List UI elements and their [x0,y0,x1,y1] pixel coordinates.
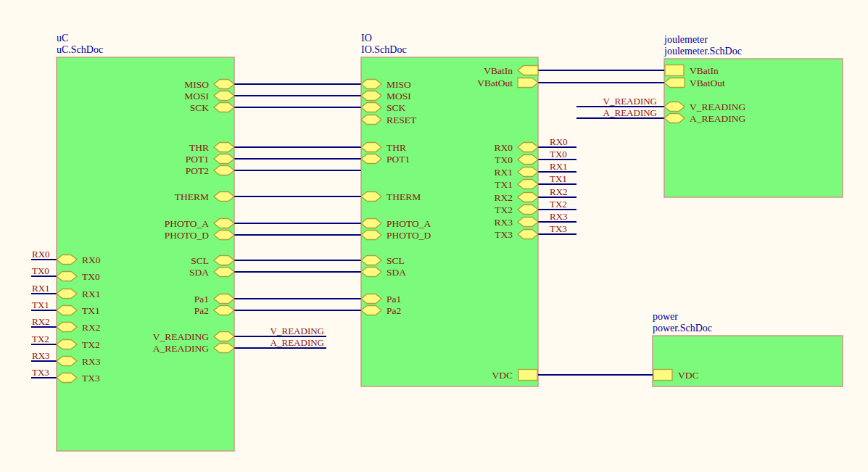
port-label-uC-MOSI: MOSI [184,91,209,102]
port-label-uC-RX2: RX2 [82,322,101,333]
port-label-IO-SCK: SCK [387,102,406,113]
port-label-uC-PHOTO_D: PHOTO_D [165,230,210,241]
net-label-RX3[interactable]: RX3 [550,211,568,222]
port-label-uC-PHOTO_A: PHOTO_A [165,218,210,229]
net-label-RX0[interactable]: RX0 [550,136,568,147]
net-label-TX2[interactable]: TX2 [32,334,49,344]
port-label-uC-SCL: SCL [191,255,209,266]
port-label-IO-SDA: SDA [387,267,406,278]
port-label-IO-PHOTO_A: PHOTO_A [387,218,431,229]
port-label-IO-PHOTO_D: PHOTO_D [387,230,431,241]
sheet-file: uC.SchDoc [57,44,103,56]
port-IO-VDC[interactable] [518,370,537,381]
port-label-IO-Pa2: Pa2 [387,305,401,316]
net-label-RX2[interactable]: RX2 [550,186,568,197]
port-label-IO-RX0: RX0 [494,142,513,153]
sheet-file: power.SchDoc [653,323,712,334]
net-label-A_READING[interactable]: A_READING [603,107,657,118]
sheet-name: joulemeter [664,34,742,46]
port-label-joulemeter-VBatOut: VBatOut [690,78,725,88]
port-label-IO-TX1: TX1 [495,179,513,190]
net-label-RX1[interactable]: RX1 [32,283,50,294]
port-label-IO-VBatOut: VBatOut [477,78,513,88]
port-label-IO-TX0: TX0 [495,154,513,165]
sheet-file: joulemeter.SchDoc [664,46,742,57]
sheet-file: IO.SchDoc [361,44,407,56]
schematic-page: MISOMOSISCKTHRPOT1POT2THERMPHOTO_APHOTO_… [0,0,868,472]
port-label-IO-RX3: RX3 [494,217,513,228]
port-label-IO-RX2: RX2 [494,192,513,203]
sheet-title-power: power power.SchDoc [653,311,712,334]
net-label-TX0[interactable]: TX0 [550,149,567,160]
port-label-uC-RX3: RX3 [82,356,101,367]
port-power-VDC[interactable] [653,370,672,381]
net-label-TX2[interactable]: TX2 [550,199,567,210]
schematic-canvas: MISOMOSISCKTHRPOT1POT2THERMPHOTO_APHOTO_… [0,0,868,472]
port-label-uC-TX3: TX3 [82,373,100,384]
net-label-RX3[interactable]: RX3 [32,350,50,361]
port-label-IO-MISO: MISO [387,79,411,90]
port-label-joulemeter-V_READING: V_READING [690,102,745,112]
net-label-TX1[interactable]: TX1 [550,173,567,184]
port-label-uC-POT2: POT2 [186,165,209,176]
port-label-IO-SCL: SCL [387,255,405,266]
port-label-uC-THERM: THERM [175,191,209,202]
port-label-joulemeter-A_READING: A_READING [690,113,745,124]
port-label-IO-THR: THR [387,142,406,153]
port-label-IO-TX2: TX2 [495,204,513,215]
sheet-title-uC: uC uC.SchDoc [57,33,103,56]
sheet-name: uC [57,33,103,44]
net-label-TX1[interactable]: TX1 [32,299,49,310]
port-label-joulemeter-VBatIn: VBatIn [690,65,719,76]
net-label-RX1[interactable]: RX1 [550,161,568,172]
sheet-name: power [653,311,712,323]
sheet-title-IO: IO IO.SchDoc [361,33,407,56]
net-label-TX3[interactable]: TX3 [550,223,567,234]
sheet-title-joulemeter: joulemeter joulemeter.SchDoc [664,34,742,57]
sheet-name: IO [361,33,407,44]
net-label-TX3[interactable]: TX3 [32,367,49,378]
port-label-uC-MISO: MISO [184,79,209,90]
port-label-uC-TX2: TX2 [82,339,100,350]
port-label-uC-RX1: RX1 [82,289,101,299]
net-label-RX0[interactable]: RX0 [32,249,50,260]
net-label-V_READING[interactable]: V_READING [270,326,324,336]
port-label-IO-RESET: RESET [387,115,417,125]
port-label-uC-Pa1: Pa1 [194,294,209,305]
port-label-uC-RX0: RX0 [82,254,101,265]
port-label-uC-TX0: TX0 [82,271,100,282]
port-label-IO-MOSI: MOSI [387,91,411,102]
port-joulemeter-VBatIn[interactable] [665,65,684,76]
port-label-uC-SDA: SDA [189,267,209,278]
port-label-uC-THR: THR [189,142,209,153]
port-label-uC-POT1: POT1 [186,154,209,165]
port-label-IO-THERM: THERM [387,191,421,202]
port-label-IO-TX3: TX3 [495,229,513,240]
port-label-IO-POT1: POT1 [387,154,410,165]
net-label-V_READING[interactable]: V_READING [603,96,657,107]
port-label-uC-TX1: TX1 [82,305,100,316]
port-label-power-VDC: VDC [678,370,699,381]
port-label-uC-V_READING: V_READING [153,331,209,342]
net-label-TX0[interactable]: TX0 [32,265,49,276]
port-label-uC-SCK: SCK [190,102,210,113]
net-label-A_READING[interactable]: A_READING [270,337,324,348]
port-label-uC-A_READING: A_READING [153,343,209,354]
net-label-RX2[interactable]: RX2 [32,316,50,327]
port-label-IO-Pa1: Pa1 [387,294,401,305]
port-label-IO-VBatIn: VBatIn [484,65,513,76]
port-label-IO-RX1: RX1 [494,167,513,178]
port-label-IO-VDC: VDC [492,370,513,381]
port-label-uC-Pa2: Pa2 [194,305,209,316]
